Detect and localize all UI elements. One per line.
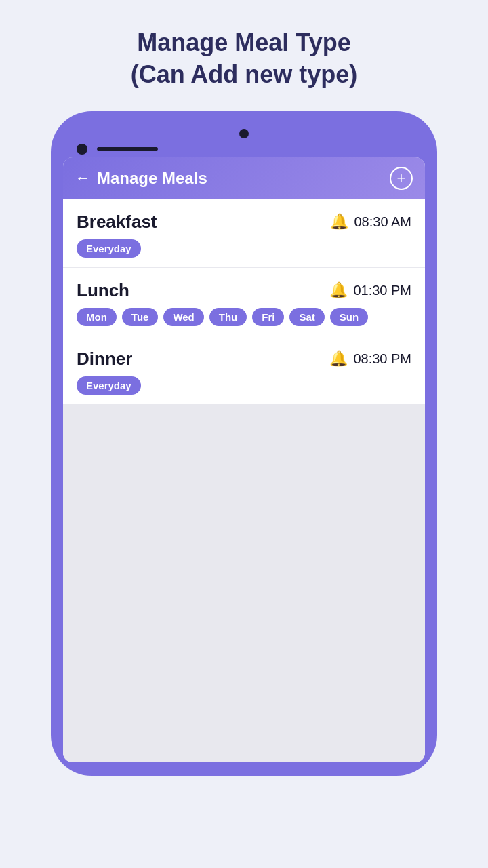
dinner-bell-icon: 🔔 bbox=[329, 350, 348, 368]
lunch-name: Lunch bbox=[77, 280, 129, 301]
page-title: Manage Meal Type (Can Add new type) bbox=[104, 27, 385, 91]
phone-frame: ← Manage Meals + Breakfast 🔔 08:30 AM Ev… bbox=[51, 111, 437, 776]
dinner-day-tags: Everyday bbox=[77, 376, 411, 395]
camera-dot bbox=[239, 129, 249, 138]
breakfast-row: Breakfast 🔔 08:30 AM bbox=[77, 212, 411, 233]
back-button[interactable]: ← bbox=[75, 170, 90, 187]
dinner-time: 08:30 PM bbox=[353, 351, 411, 367]
lunch-time: 01:30 PM bbox=[353, 283, 411, 298]
lunch-day-tue: Tue bbox=[122, 308, 159, 326]
breakfast-time: 08:30 AM bbox=[354, 214, 411, 230]
phone-back-dot bbox=[77, 144, 87, 155]
lunch-day-sun: Sun bbox=[330, 308, 368, 326]
lunch-day-fri: Fri bbox=[252, 308, 284, 326]
empty-content-area bbox=[63, 405, 425, 762]
lunch-bell-icon: 🔔 bbox=[329, 281, 348, 299]
lunch-day-sat: Sat bbox=[289, 308, 324, 326]
lunch-row: Lunch 🔔 01:30 PM bbox=[77, 280, 411, 301]
phone-home-indicator bbox=[97, 147, 158, 151]
lunch-day-tags: Mon Tue Wed Thu Fri Sat Sun bbox=[77, 308, 411, 326]
header-title: Manage Meals bbox=[97, 169, 383, 188]
phone-screen: ← Manage Meals + Breakfast 🔔 08:30 AM Ev… bbox=[63, 157, 425, 762]
lunch-time-group: 🔔 01:30 PM bbox=[329, 281, 411, 299]
phone-notch bbox=[63, 125, 425, 138]
lunch-day-thu: Thu bbox=[209, 308, 247, 326]
breakfast-name: Breakfast bbox=[77, 212, 157, 233]
dinner-row: Dinner 🔔 08:30 PM bbox=[77, 349, 411, 370]
meal-item-lunch[interactable]: Lunch 🔔 01:30 PM Mon Tue Wed Thu Fri Sat… bbox=[63, 268, 425, 336]
breakfast-bell-icon: 🔔 bbox=[330, 213, 348, 231]
dinner-everyday-tag: Everyday bbox=[77, 376, 141, 395]
breakfast-time-group: 🔔 08:30 AM bbox=[330, 213, 411, 231]
phone-status-row bbox=[63, 138, 425, 157]
app-header: ← Manage Meals + bbox=[63, 157, 425, 199]
dinner-time-group: 🔔 08:30 PM bbox=[329, 350, 411, 368]
breakfast-everyday-tag: Everyday bbox=[77, 239, 141, 258]
breakfast-day-tags: Everyday bbox=[77, 239, 411, 258]
dinner-name: Dinner bbox=[77, 349, 132, 370]
lunch-day-wed: Wed bbox=[163, 308, 203, 326]
meal-item-dinner[interactable]: Dinner 🔔 08:30 PM Everyday bbox=[63, 336, 425, 405]
lunch-day-mon: Mon bbox=[77, 308, 117, 326]
meal-list: Breakfast 🔔 08:30 AM Everyday Lunch 🔔 0 bbox=[63, 199, 425, 405]
meal-item-breakfast[interactable]: Breakfast 🔔 08:30 AM Everyday bbox=[63, 199, 425, 268]
add-meal-button[interactable]: + bbox=[390, 167, 413, 190]
